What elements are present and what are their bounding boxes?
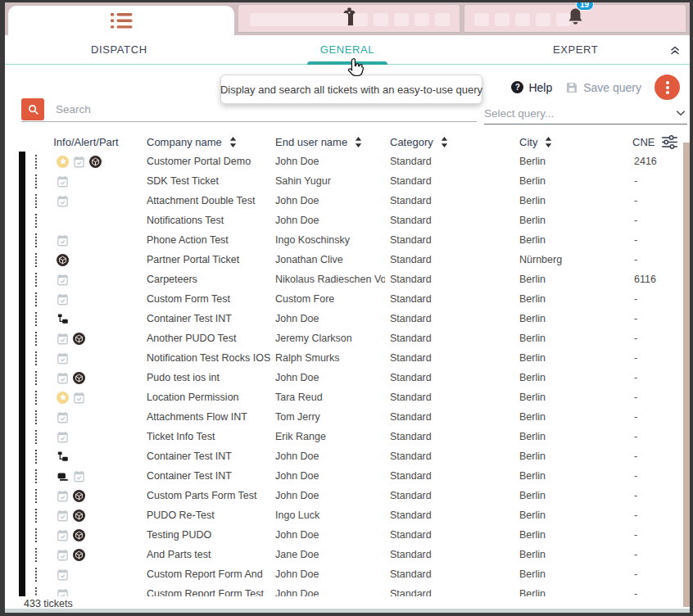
row-menu-icon[interactable]: [25, 390, 46, 405]
table-row[interactable]: Another PUDO TestJeremy ClarksonStandard…: [5, 328, 690, 348]
sort-icon[interactable]: [355, 137, 362, 147]
category-cell: Standard: [385, 549, 514, 560]
table-row[interactable]: Custom Parts Form TestJohn DoeStandardBe…: [5, 486, 690, 505]
row-menu-icon[interactable]: [25, 292, 46, 307]
tab-ticket-list[interactable]: [8, 6, 234, 35]
row-menu-icon[interactable]: [25, 449, 46, 464]
collapse-panel-icon[interactable]: [668, 43, 682, 60]
table-row[interactable]: Partner Portal TicketJonathan CliveStand…: [5, 250, 690, 270]
row-menu-icon[interactable]: [25, 193, 46, 209]
sort-icon[interactable]: [229, 137, 237, 147]
table-row[interactable]: Attachments Flow INTTom JerryStandardBer…: [5, 407, 690, 427]
column-header-category[interactable]: Category: [385, 136, 514, 148]
table-row[interactable]: CarpeteersNikolaus Radieschen Vold...Sta…: [5, 270, 690, 289]
row-menu-icon[interactable]: [25, 528, 46, 543]
column-header-enduser[interactable]: End user name: [270, 136, 385, 148]
row-menu-icon[interactable]: [25, 410, 46, 425]
table-row[interactable]: Notification Test Rocks IOSRalph SmurksS…: [5, 348, 690, 368]
row-icons: [46, 156, 142, 168]
vertical-scrollbar[interactable]: [683, 143, 690, 607]
table-row[interactable]: Notifications TestJohn DoeStandardBerlin…: [5, 211, 690, 230]
table-row[interactable]: Location PermissionTara ReudStandardBerl…: [5, 387, 690, 407]
table-row[interactable]: Pudo test ios intJohn DoeStandardBerlin-: [5, 368, 690, 387]
row-menu-icon[interactable]: [25, 233, 46, 248]
table-row[interactable]: Custom Report Form TestJohn DoeStandardB…: [5, 584, 690, 596]
end-user-name-cell: Tara Reud: [270, 392, 385, 403]
city-cell: Nürnberg: [514, 254, 629, 265]
column-label: Category: [390, 136, 433, 148]
tab-notifications[interactable]: 19: [464, 4, 686, 33]
row-menu-icon[interactable]: [25, 331, 46, 346]
table-row[interactable]: Customer Portal DemoJohn DoeStandardBerl…: [5, 152, 690, 171]
sort-icon[interactable]: [545, 137, 552, 147]
company-name-cell: SDK Test Ticket: [142, 175, 270, 187]
tab-expert[interactable]: EXPERT: [461, 35, 690, 64]
table-row[interactable]: Container Test INTJohn DoeStandardBerlin…: [5, 309, 690, 328]
row-menu-icon[interactable]: [25, 429, 46, 445]
bell-icon: 19: [566, 6, 585, 31]
sort-icon[interactable]: [441, 137, 448, 147]
table-row[interactable]: Phone Action TestIngo KoschinskyStandard…: [5, 230, 690, 250]
query-select[interactable]: Select query...: [484, 102, 687, 125]
nav-tabs: DISPATCH GENERAL EXPERT: [5, 35, 690, 65]
table-row[interactable]: Container Test INTJohn DoeStandardBerlin…: [5, 466, 690, 486]
column-header-city[interactable]: City: [514, 136, 629, 148]
table-row[interactable]: PUDO Re-TestIngo LuckStandardBerlin-: [5, 505, 690, 525]
row-menu-icon[interactable]: [25, 587, 46, 597]
column-header-cne[interactable]: CNE: [629, 135, 683, 149]
category-cell: Standard: [385, 568, 514, 580]
row-menu-icon[interactable]: [25, 272, 46, 288]
row-menu-icon[interactable]: [25, 508, 46, 523]
table-row[interactable]: And Parts testJane DoeStandardBerlin-: [5, 545, 690, 564]
row-menu-icon[interactable]: [25, 154, 46, 170]
tab-general-label: GENERAL: [320, 43, 374, 56]
tab-general[interactable]: GENERAL: [233, 35, 462, 64]
filter-icon[interactable]: [661, 135, 678, 149]
table-row[interactable]: Container Test INTJohn DoeStandardBerlin…: [5, 446, 690, 466]
row-menu-icon[interactable]: [25, 469, 46, 484]
package-icon: [57, 254, 69, 266]
row-menu-icon[interactable]: [25, 567, 46, 582]
row-menu-icon[interactable]: [25, 547, 46, 563]
city-cell: Berlin: [514, 431, 629, 442]
tab-dispatch[interactable]: DISPATCH: [5, 35, 233, 64]
table-row[interactable]: SDK Test TicketSahin YugurStandardBerlin…: [5, 171, 690, 191]
column-header-company[interactable]: Company name: [142, 136, 270, 148]
row-status-bar: [19, 289, 25, 309]
table-row[interactable]: Testing PUDOJohn DoeStandardBerlin-: [5, 525, 690, 545]
city-cell: Berlin: [514, 352, 629, 364]
row-menu-icon[interactable]: [25, 311, 46, 327]
company-name-cell: Container Test INT: [142, 451, 270, 462]
search-button[interactable]: [21, 98, 44, 120]
search-input[interactable]: [44, 103, 477, 116]
end-user-name-cell: Custom Fore: [270, 293, 385, 305]
row-menu-icon[interactable]: [25, 370, 46, 386]
row-menu-icon[interactable]: [25, 252, 46, 268]
table-row[interactable]: Ticket Info TestErik RangeStandardBerlin…: [5, 427, 690, 446]
city-cell: Berlin: [514, 313, 629, 324]
save-query-button[interactable]: Save query: [565, 81, 641, 94]
table-row[interactable]: Attachment Double TestJohn DoeStandardBe…: [5, 191, 690, 211]
row-menu-icon[interactable]: [25, 213, 46, 229]
tab-parts[interactable]: [238, 4, 460, 33]
query-select-placeholder: Select query...: [484, 107, 554, 120]
help-button[interactable]: ? Help: [511, 81, 552, 94]
row-menu-icon[interactable]: [25, 174, 46, 189]
cne-cell: 2416: [629, 156, 690, 167]
cne-cell: -: [629, 470, 690, 482]
city-cell: Berlin: [514, 156, 629, 167]
row-icons: [46, 293, 142, 306]
calendar-check-icon: [57, 568, 69, 581]
row-menu-icon[interactable]: [25, 488, 46, 504]
category-cell: Standard: [385, 352, 514, 364]
table-row[interactable]: Custom Report Form AndJohn DoeStandardBe…: [5, 564, 690, 584]
category-cell: Standard: [385, 470, 514, 482]
row-menu-icon[interactable]: [25, 351, 46, 366]
company-name-cell: Container Test INT: [142, 470, 270, 482]
calendar-check-icon: [73, 392, 85, 404]
more-options-button[interactable]: [654, 75, 680, 100]
city-cell: Berlin: [514, 333, 629, 344]
table-row[interactable]: Custom Form TestCustom ForeStandardBerli…: [5, 289, 690, 309]
company-name-cell: Notifications Test: [142, 215, 270, 226]
column-label: End user name: [275, 136, 347, 148]
